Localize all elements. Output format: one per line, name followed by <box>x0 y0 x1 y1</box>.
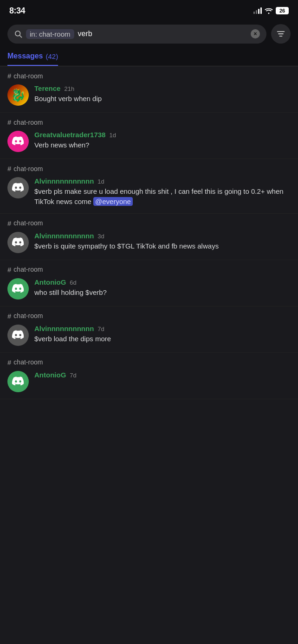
channel-label: # chat-room <box>7 72 291 80</box>
timestamp: 6d <box>70 279 76 286</box>
search-tag: in: chat-room <box>26 29 74 39</box>
channel-label: # chat-room <box>7 312 291 320</box>
message-header: Terence 21h <box>34 84 291 92</box>
avatar <box>7 177 29 198</box>
message-text: Bought verb when dip <box>34 94 291 104</box>
channel-name: chat-room <box>13 266 43 273</box>
timestamp: 1d <box>109 132 116 139</box>
hash-icon: # <box>7 118 11 126</box>
tab-count: (42) <box>46 52 58 60</box>
list-item[interactable]: # chat-room AntonioG 6d who still holdin… <box>0 260 298 306</box>
channel-name: chat-room <box>13 312 43 319</box>
message-header: Greatvaluetrader1738 1d <box>34 131 291 139</box>
list-item[interactable]: # chat-room Alvinnnnnnnnnnn 1d $verb pls… <box>0 159 298 214</box>
hash-icon: # <box>7 72 11 80</box>
message-header: Alvinnnnnnnnnnn 7d <box>34 325 291 332</box>
message-content: AntonioG 6d who still holding $verb? <box>34 278 291 298</box>
search-area: in: chat-room verb × <box>0 20 298 49</box>
filter-button[interactable] <box>271 24 291 44</box>
signal-icon <box>253 7 262 14</box>
message-header: Alvinnnnnnnnnnn 3d <box>34 232 291 240</box>
messages-tab[interactable]: Messages (42) <box>0 49 298 66</box>
discord-logo-icon <box>12 183 25 193</box>
message-row: Alvinnnnnnnnnnn 1d $verb pls make sure u… <box>7 177 291 207</box>
hash-icon: # <box>7 358 11 366</box>
hash-icon: # <box>7 266 11 274</box>
tab-label: Messages <box>7 52 43 60</box>
username: Alvinnnnnnnnnnn <box>34 325 94 332</box>
discord-logo-icon <box>12 237 25 248</box>
message-header: Alvinnnnnnnnnnn 1d <box>34 177 291 185</box>
message-header: AntonioG 6d <box>34 278 291 286</box>
status-time: 8:34 <box>9 6 25 16</box>
timestamp: 1d <box>97 178 104 185</box>
message-list: # chat-room Terence 21h Bought verb when… <box>0 66 298 399</box>
list-item[interactable]: # chat-room Greatvaluetrader1738 1d Verb… <box>0 113 298 159</box>
message-row: AntonioG 7d <box>7 371 291 392</box>
hash-icon: # <box>7 219 11 227</box>
status-bar: 8:34 26 <box>0 0 298 20</box>
timestamp: 21h <box>64 85 74 92</box>
message-row: Greatvaluetrader1738 1d Verb news when? <box>7 131 291 152</box>
timestamp: 3d <box>97 233 104 240</box>
message-text: $verb is quite sympathy to $TGL TikTok a… <box>34 241 291 251</box>
message-row: AntonioG 6d who still holding $verb? <box>7 278 291 300</box>
message-text: $verb load the dips more <box>34 334 291 344</box>
list-item[interactable]: # chat-room Alvinnnnnnnnnnn 7d $verb loa… <box>0 306 298 353</box>
message-content: Greatvaluetrader1738 1d Verb news when? <box>34 131 291 150</box>
search-icon <box>14 30 22 38</box>
avatar <box>7 232 29 253</box>
search-query: verb <box>78 30 247 38</box>
message-text: who still holding $verb? <box>34 287 291 298</box>
discord-logo-icon <box>12 284 25 294</box>
message-content: AntonioG 7d <box>34 371 291 380</box>
list-item[interactable]: # chat-room Terence 21h Bought verb when… <box>0 66 298 113</box>
username: AntonioG <box>34 278 66 286</box>
message-content: Alvinnnnnnnnnnn 3d $verb is quite sympat… <box>34 232 291 251</box>
timestamp: 7d <box>97 325 104 332</box>
message-header: AntonioG 7d <box>34 371 291 379</box>
search-clear-button[interactable]: × <box>251 29 260 38</box>
status-icons: 26 <box>253 7 289 14</box>
channel-name: chat-room <box>13 72 43 80</box>
mention-everyone: @everyone <box>93 197 133 206</box>
message-text: $verb pls make sure u load enough this s… <box>34 186 291 207</box>
message-content: Terence 21h Bought verb when dip <box>34 84 291 104</box>
username: Alvinnnnnnnnnnn <box>34 177 94 185</box>
channel-name: chat-room <box>13 119 43 126</box>
message-text: Verb news when? <box>34 140 291 150</box>
timestamp: 7d <box>70 372 76 379</box>
message-content: Alvinnnnnnnnnnn 1d $verb pls make sure u… <box>34 177 291 207</box>
hash-icon: # <box>7 165 11 172</box>
channel-name: chat-room <box>13 358 43 366</box>
avatar <box>7 371 29 392</box>
username: AntonioG <box>34 371 66 379</box>
message-row: Terence 21h Bought verb when dip <box>7 84 291 106</box>
message-row: Alvinnnnnnnnnnn 7d $verb load the dips m… <box>7 325 291 346</box>
username: Alvinnnnnnnnnnn <box>34 232 94 240</box>
avatar <box>7 84 29 106</box>
discord-logo-icon <box>12 376 25 387</box>
wifi-icon <box>265 7 273 14</box>
filter-icon <box>276 30 285 38</box>
svg-line-1 <box>19 35 21 37</box>
channel-name: chat-room <box>13 165 43 172</box>
channel-label: # chat-room <box>7 118 291 126</box>
channel-label: # chat-room <box>7 219 291 227</box>
message-row: Alvinnnnnnnnnnn 3d $verb is quite sympat… <box>7 232 291 253</box>
avatar <box>7 325 29 346</box>
list-item[interactable]: # chat-room AntonioG 7d <box>0 353 298 399</box>
username: Greatvaluetrader1738 <box>34 131 105 139</box>
channel-label: # chat-room <box>7 358 291 366</box>
tab-row: Messages (42) <box>7 52 58 66</box>
search-bar[interactable]: in: chat-room verb × <box>7 25 266 44</box>
username: Terence <box>34 84 60 92</box>
avatar <box>7 131 29 152</box>
discord-logo-icon <box>12 136 25 147</box>
channel-label: # chat-room <box>7 165 291 172</box>
discord-logo-icon <box>12 330 25 340</box>
channel-label: # chat-room <box>7 266 291 274</box>
list-item[interactable]: # chat-room Alvinnnnnnnnnnn 3d $verb is … <box>0 214 298 260</box>
battery-icon: 26 <box>276 7 289 14</box>
hash-icon: # <box>7 312 11 320</box>
